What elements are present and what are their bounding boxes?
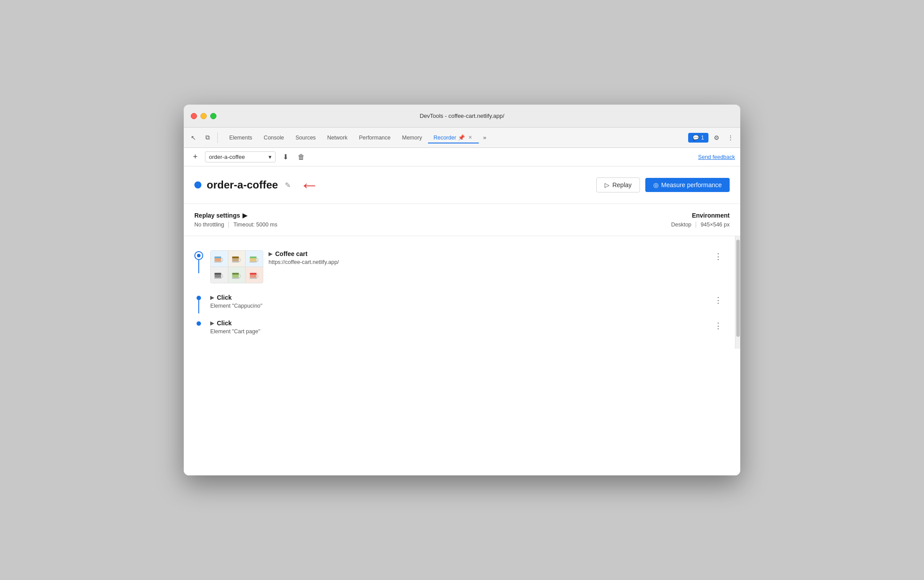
tab-sources[interactable]: Sources bbox=[290, 132, 321, 143]
layers-icon-btn[interactable]: ⧉ bbox=[201, 132, 214, 144]
step-content-2: ▶ Click Element "Cappucino" ⋮ bbox=[210, 294, 724, 309]
thumb-cell-5 bbox=[228, 267, 246, 283]
step-circle-2 bbox=[197, 296, 201, 300]
step-title-row-1: ▶ Coffee cart bbox=[269, 250, 707, 257]
devtools-window: DevTools - coffee-cart.netlify.app/ ↖ ⧉ … bbox=[184, 105, 740, 475]
thumb-cell-4 bbox=[211, 267, 228, 283]
step-line-1 bbox=[198, 260, 199, 273]
settings-details: No throttling Timeout: 5000 ms bbox=[194, 222, 277, 228]
scrollbar[interactable] bbox=[735, 236, 740, 349]
step-url-1: https://coffee-cart.netlify.app/ bbox=[269, 259, 707, 265]
settings-section: Replay settings ▶ No throttling Timeout:… bbox=[184, 204, 740, 236]
cursor-icon-btn[interactable]: ↖ bbox=[187, 132, 200, 144]
tab-console[interactable]: Console bbox=[258, 132, 289, 143]
step-click-2: ▶ Click Element "Cart page" ⋮ bbox=[194, 316, 724, 342]
desktop-label: Desktop bbox=[671, 222, 691, 228]
scroll-content[interactable]: ▶ Coffee cart https://coffee-cart.netlif… bbox=[184, 236, 735, 349]
step-detail-3: Element "Cart page" bbox=[210, 328, 707, 335]
close-button[interactable] bbox=[191, 113, 197, 119]
step-timeline-2 bbox=[194, 294, 203, 300]
tab-bar-right: 💬 1 ⚙ ⋮ bbox=[688, 132, 737, 144]
gear-icon: ⚙ bbox=[714, 134, 720, 141]
minimize-button[interactable] bbox=[201, 113, 207, 119]
content-with-scroll: ▶ Coffee cart https://coffee-cart.netlif… bbox=[184, 236, 740, 349]
more-tabs-btn[interactable]: » bbox=[480, 132, 490, 143]
delete-btn[interactable]: 🗑 bbox=[295, 151, 307, 163]
tab-network[interactable]: Network bbox=[322, 132, 353, 143]
settings-divider bbox=[228, 222, 229, 228]
send-feedback-link[interactable]: Send feedback bbox=[698, 154, 735, 160]
tab-bar-left: ↖ ⧉ bbox=[187, 132, 220, 144]
tab-recorder[interactable]: Recorder 📌 ✕ bbox=[428, 132, 478, 143]
scrollbar-thumb[interactable] bbox=[736, 240, 740, 337]
plus-icon: + bbox=[193, 152, 198, 162]
replay-settings-title[interactable]: Replay settings ▶ bbox=[194, 212, 277, 219]
dropdown-arrow-icon: ▾ bbox=[269, 154, 272, 160]
resolution-label: 945×546 px bbox=[701, 222, 730, 228]
svg-rect-14 bbox=[232, 278, 239, 279]
step-more-btn-2[interactable]: ⋮ bbox=[712, 294, 724, 306]
recorder-close-icon[interactable]: ✕ bbox=[467, 134, 473, 141]
svg-rect-5 bbox=[232, 262, 239, 263]
svg-rect-1 bbox=[215, 256, 221, 258]
tab-performance[interactable]: Performance bbox=[354, 132, 396, 143]
step-timeline-1 bbox=[194, 250, 203, 260]
step-circle-3 bbox=[197, 321, 201, 326]
thumb-cell-2 bbox=[228, 251, 246, 267]
step-content-3: ▶ Click Element "Cart page" ⋮ bbox=[210, 320, 724, 335]
settings-left: Replay settings ▶ No throttling Timeout:… bbox=[194, 212, 277, 228]
step-expand-icon-3[interactable]: ▶ bbox=[210, 320, 214, 326]
step-thumbnail-1 bbox=[210, 250, 263, 283]
replay-btn[interactable]: ▷ Replay bbox=[596, 177, 640, 192]
step-main-2: ▶ Click Element "Cappucino" ⋮ bbox=[210, 294, 724, 309]
step-main-1: ▶ Coffee cart https://coffee-cart.netlif… bbox=[210, 250, 724, 283]
tab-divider bbox=[217, 132, 218, 143]
layers-icon: ⧉ bbox=[205, 134, 210, 141]
more-options-btn[interactable]: ⋮ bbox=[724, 132, 737, 144]
step-main-3: ▶ Click Element "Cart page" ⋮ bbox=[210, 320, 724, 335]
step-title-row-3: ▶ Click bbox=[210, 320, 707, 327]
step-more-btn-3[interactable]: ⋮ bbox=[712, 320, 724, 332]
maximize-button[interactable] bbox=[210, 113, 216, 119]
thumb-cell-1 bbox=[211, 251, 228, 267]
step-info-2: ▶ Click Element "Cappucino" bbox=[210, 294, 707, 309]
environment-details: Desktop 945×546 px bbox=[671, 222, 730, 228]
export-btn[interactable]: ⬇ bbox=[279, 151, 292, 163]
cup-svg-2 bbox=[231, 254, 243, 264]
cup-svg-1 bbox=[213, 254, 225, 264]
step-click-1: ▶ Click Element "Cappucino" ⋮ bbox=[194, 290, 724, 316]
thumb-cell-6 bbox=[246, 267, 263, 283]
step-more-icon-1: ⋮ bbox=[714, 252, 722, 261]
recording-header: order-a-coffee ✎ ← ▷ Replay ◎ Measure pe… bbox=[184, 166, 740, 204]
step-line-2 bbox=[198, 300, 199, 313]
settings-icon-btn[interactable]: ⚙ bbox=[710, 132, 723, 144]
step-title-3: Click bbox=[217, 320, 231, 327]
chat-button[interactable]: 💬 1 bbox=[688, 133, 708, 143]
svg-rect-11 bbox=[214, 278, 222, 279]
settings-expand-icon: ▶ bbox=[242, 212, 247, 219]
env-divider bbox=[696, 222, 696, 228]
tab-elements[interactable]: Elements bbox=[224, 132, 258, 143]
play-icon: ▷ bbox=[605, 181, 610, 188]
step-expand-icon-2[interactable]: ▶ bbox=[210, 294, 214, 301]
window-title: DevTools - coffee-cart.netlify.app/ bbox=[420, 113, 504, 119]
recording-title: order-a-coffee bbox=[207, 179, 278, 191]
cup-svg-3 bbox=[248, 254, 261, 264]
download-icon: ⬇ bbox=[283, 153, 288, 161]
measure-performance-btn[interactable]: ◎ Measure performance bbox=[645, 178, 730, 192]
recorder-pin-icon: 📌 bbox=[458, 134, 465, 141]
svg-rect-16 bbox=[250, 273, 256, 275]
edit-title-icon[interactable]: ✎ bbox=[283, 179, 292, 191]
tab-memory[interactable]: Memory bbox=[397, 132, 427, 143]
add-recording-btn[interactable]: + bbox=[189, 151, 201, 163]
recording-selector[interactable]: order-a-coffee ▾ bbox=[205, 151, 276, 162]
step-circle-1 bbox=[194, 251, 203, 260]
step-more-icon-3: ⋮ bbox=[714, 321, 722, 331]
cup-svg-6 bbox=[248, 270, 261, 280]
step-expand-icon-1[interactable]: ▶ bbox=[269, 251, 273, 257]
step-title-2: Click bbox=[217, 294, 231, 301]
settings-right: Environment Desktop 945×546 px bbox=[671, 212, 730, 228]
steps-list: ▶ Coffee cart https://coffee-cart.netlif… bbox=[184, 236, 735, 349]
recording-status-dot bbox=[194, 181, 201, 188]
step-more-btn-1[interactable]: ⋮ bbox=[712, 250, 724, 263]
